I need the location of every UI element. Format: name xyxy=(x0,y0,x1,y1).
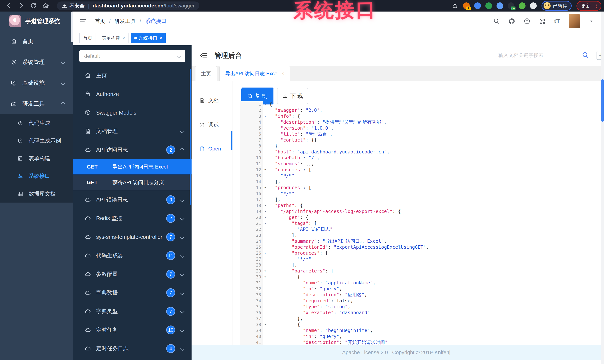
search-icon[interactable] xyxy=(493,18,500,25)
code-text: "/api/infra/api-access-log/export-excel"… xyxy=(263,209,401,214)
swagger-item-4[interactable]: API 访问日志2 xyxy=(73,141,191,159)
avatar[interactable] xyxy=(569,14,580,28)
doc-nav-Open[interactable]: Open xyxy=(191,137,232,161)
code-line: 27 "*/*" xyxy=(240,256,601,262)
chevron-down-icon xyxy=(176,54,181,58)
swagger-item-1[interactable]: Authorize xyxy=(73,85,191,103)
swagger-group-7[interactable]: 定时任务10 xyxy=(73,321,191,339)
language-toggle-icon[interactable]: 中 xyxy=(597,51,601,60)
fold-arrow-icon[interactable]: ▾ xyxy=(263,167,267,173)
swagger-item-2[interactable]: Swagger Models xyxy=(73,103,191,122)
api-operation-1[interactable]: GET获得API 访问日志分页 xyxy=(73,175,191,190)
insecure-warning-icon[interactable] xyxy=(62,3,67,9)
brand-row[interactable]: 芋道管理系统 xyxy=(0,12,73,31)
fold-arrow-icon[interactable]: ▾ xyxy=(263,268,267,274)
bookmark-star-icon[interactable] xyxy=(452,3,458,9)
sidebar-subitem-0[interactable]: 代码生成 xyxy=(0,114,73,132)
extension-translate[interactable]: cn xyxy=(508,2,514,9)
breadcrumb-link[interactable]: 研发工具 xyxy=(114,17,136,25)
code-text: "*/*" xyxy=(263,173,294,179)
doc-tab-1[interactable]: 导出API 访问日志 Excel× xyxy=(219,66,290,81)
fold-arrow-icon[interactable]: ▾ xyxy=(263,250,267,256)
api-operation-0[interactable]: GET导出API 访问日志 Excel xyxy=(73,159,191,175)
extension-white-paw[interactable] xyxy=(530,2,537,9)
cube-icon xyxy=(85,110,91,116)
code-editor[interactable]: 1▾{2 "swagger": "2.0",3▾ "info": {4 "des… xyxy=(240,101,601,345)
count-badge: 7 xyxy=(166,233,175,241)
doc-search-input[interactable]: 输入文档关键字搜索 xyxy=(498,50,579,61)
sidebar-subitem-2[interactable]: 表单构建 xyxy=(0,150,73,167)
tags-view-tab[interactable]: 系统接口× xyxy=(131,33,166,43)
close-icon[interactable]: × xyxy=(282,71,284,76)
sidebar-item-2[interactable]: 基础设施 xyxy=(0,73,73,93)
swagger-group-0[interactable]: API 错误日志3 xyxy=(73,190,191,209)
sidebar-item-1[interactable]: 系统管理 xyxy=(0,52,73,73)
breadcrumb-link[interactable]: 首页 xyxy=(95,17,105,25)
swagger-item-3[interactable]: 文档管理 xyxy=(73,122,191,141)
chrome-update-button[interactable]: 更新 xyxy=(577,1,601,11)
page-scrollbar[interactable] xyxy=(601,12,604,364)
fullscreen-icon[interactable] xyxy=(539,18,546,25)
extension-blue-grid[interactable] xyxy=(497,2,503,9)
doc-nav-调试[interactable]: 调试 xyxy=(191,113,232,137)
fold-arrow-icon[interactable]: ▾ xyxy=(263,113,267,119)
page-scrollbar-thumb[interactable] xyxy=(601,79,604,122)
help-icon[interactable] xyxy=(524,18,530,25)
extension-blue-drop[interactable] xyxy=(474,2,481,9)
profile-paused-chip[interactable]: 已暂停 xyxy=(541,1,572,11)
fold-arrow-icon[interactable]: ▾ xyxy=(263,214,267,220)
sidebar-item-3[interactable]: 研发工具 xyxy=(0,93,73,114)
fold-arrow-icon[interactable]: ▾ xyxy=(263,322,267,327)
swagger-group-6[interactable]: 字典类型7 xyxy=(73,302,191,321)
fold-arrow-icon[interactable]: ▾ xyxy=(263,274,267,280)
sidebar-subitem-4[interactable]: 数据库文档 xyxy=(0,185,73,202)
swagger-group-8[interactable]: 定时任务日志4 xyxy=(73,339,191,358)
browser-home-icon[interactable] xyxy=(42,2,49,9)
swagger-group-2[interactable]: sys-sms-template-controller7 xyxy=(73,228,191,246)
doc-nav-文档[interactable]: 文档 xyxy=(191,88,232,113)
doc-tab-0[interactable]: 主页 xyxy=(195,66,217,81)
cloud-icon xyxy=(85,289,91,296)
fold-arrow-icon[interactable]: ▾ xyxy=(263,185,267,191)
url-host: dashboard.yudao.iocoder.cn xyxy=(93,3,164,9)
swagger-group-5[interactable]: 字典数据7 xyxy=(73,283,191,302)
hamburger-icon[interactable] xyxy=(79,18,87,25)
line-number: 40 xyxy=(240,334,263,339)
cloud-icon xyxy=(85,308,91,314)
extension-green-circle[interactable] xyxy=(485,2,492,9)
reload-icon[interactable] xyxy=(30,2,37,9)
extension-green-leaf[interactable] xyxy=(519,2,526,9)
close-icon[interactable]: × xyxy=(122,36,125,41)
swagger-scrollbar[interactable] xyxy=(190,69,191,205)
fold-arrow-icon[interactable]: ▾ xyxy=(263,220,267,226)
swagger-group-9[interactable]: 岗位 xyxy=(73,358,191,360)
fold-arrow-icon[interactable]: ▾ xyxy=(263,101,267,107)
sidebar-subitem-3[interactable]: 系统接口 xyxy=(0,167,73,185)
tags-view-tab[interactable]: 表单构建× xyxy=(98,33,128,43)
extension-orange[interactable]: 1 xyxy=(463,2,470,9)
swagger-item-0[interactable]: 主页 xyxy=(73,66,191,85)
code-text: "contact": {} xyxy=(263,137,317,143)
back-icon[interactable] xyxy=(6,2,12,9)
swagger-group-3[interactable]: 代码生成器11 xyxy=(73,246,191,265)
fold-arrow-icon[interactable]: ▾ xyxy=(263,202,267,209)
close-icon[interactable]: × xyxy=(160,36,162,41)
swagger-group-4[interactable]: 参数配置7 xyxy=(73,265,191,283)
font-size-icon[interactable]: tT xyxy=(554,18,560,25)
chevron-down-icon[interactable] xyxy=(589,19,594,24)
line-number: 10 xyxy=(240,155,263,161)
browser-menu-dots-icon[interactable] xyxy=(593,3,599,9)
tags-view-tab[interactable]: 首页 xyxy=(79,33,96,43)
github-icon[interactable] xyxy=(508,18,515,25)
line-number: 21▾ xyxy=(240,220,263,226)
sidebar-subitem-1[interactable]: 代码生成示例 xyxy=(0,132,73,150)
sidebar-scrollbar[interactable] xyxy=(71,12,73,42)
sidebar-item-home[interactable]: 首页 xyxy=(0,31,73,52)
collapse-menu-icon[interactable] xyxy=(200,52,208,60)
group-select[interactable]: default xyxy=(79,50,185,62)
address-bar[interactable]: 不安全 | dashboard.yudao.iocoder.cn /tool/s… xyxy=(57,1,199,10)
fold-arrow-icon[interactable]: ▾ xyxy=(263,209,267,214)
forward-icon[interactable] xyxy=(18,2,25,9)
doc-search-icon[interactable] xyxy=(582,51,589,59)
swagger-group-1[interactable]: Redis 监控2 xyxy=(73,209,191,228)
